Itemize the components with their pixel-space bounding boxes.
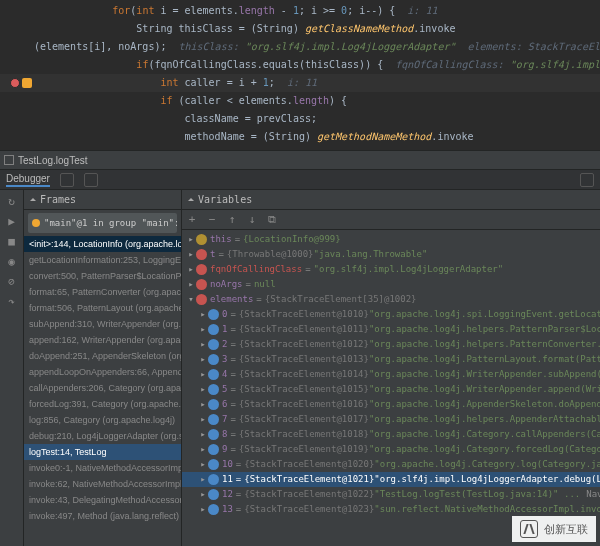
frame-row[interactable]: convert:500, PatternParser$LocationPatte…	[24, 268, 181, 284]
threads-tab-icon[interactable]	[84, 173, 98, 187]
stop-icon[interactable]: ■	[5, 234, 19, 248]
resume-icon[interactable]: ▶	[5, 214, 19, 228]
thread-status-icon	[32, 219, 40, 227]
variable-row[interactable]: ▸0={StackTraceElement@1010} "org.apache.…	[182, 307, 600, 322]
variable-row[interactable]: ▸2={StackTraceElement@1012} "org.apache.…	[182, 337, 600, 352]
frame-row[interactable]: format:65, PatternConverter (org.apache.…	[24, 284, 181, 300]
variables-header: Variables	[182, 190, 600, 210]
thread-selector[interactable]: "main"@1 in group "main": RU...	[28, 213, 177, 233]
frame-row[interactable]: log:856, Category (org.apache.log4j)	[24, 412, 181, 428]
intention-bulb-icon[interactable]	[22, 78, 32, 88]
frame-row[interactable]: getLocationInformation:253, LoggingEvent…	[24, 252, 181, 268]
layout-settings-icon[interactable]	[580, 173, 594, 187]
variables-panel: Variables + − ↑ ↓ ⧉ ▸this={LocationInfo@…	[182, 190, 600, 546]
frame-row[interactable]: debug:210, Log4jLoggerAdapter (org.slf4j…	[24, 428, 181, 444]
variables-toolbar: + − ↑ ↓ ⧉	[182, 210, 600, 230]
debug-run-config-title: TestLog.logTest	[18, 155, 88, 166]
variable-row[interactable]: ▸1={StackTraceElement@1011} "org.apache.…	[182, 322, 600, 337]
mute-breakpoints-icon[interactable]: ⊘	[5, 274, 19, 288]
code-line: for(int i = elements.length - 1; i >= 0;…	[0, 2, 600, 20]
variable-row[interactable]: ▸7={StackTraceElement@1017} "org.apache.…	[182, 412, 600, 427]
variable-row[interactable]: ▸10={StackTraceElement@1020} "org.apache…	[182, 457, 600, 472]
code-line: className = prevClass;	[0, 110, 600, 128]
frame-row[interactable]: callAppenders:206, Category (org.apache.…	[24, 380, 181, 396]
variable-row[interactable]: ▾elements={StackTraceElement[35]@1002}	[182, 292, 600, 307]
debugger-tab-strip: Debugger	[0, 170, 600, 190]
frame-row[interactable]: logTest:14, TestLog	[24, 444, 181, 460]
frames-panel: Frames "main"@1 in group "main": RU... <…	[24, 190, 182, 546]
add-watch-icon[interactable]: +	[182, 210, 202, 229]
frames-list[interactable]: <init>:144, LocationInfo (org.apache.log…	[24, 236, 181, 546]
frame-row[interactable]: append:162, WriterAppender (org.apache.l…	[24, 332, 181, 348]
frame-row[interactable]: doAppend:251, AppenderSkeleton (org.apac…	[24, 348, 181, 364]
code-editor[interactable]: for(int i = elements.length - 1; i >= 0;…	[0, 0, 600, 150]
variable-row[interactable]: ▸fqnOfCallingClass="org.slf4j.impl.Log4j…	[182, 262, 600, 277]
rerun-icon[interactable]: ↻	[5, 194, 19, 208]
copy-icon[interactable]: ⧉	[262, 210, 282, 229]
frame-row[interactable]: invoke:43, DelegatingMethodAccessorImpl …	[24, 492, 181, 508]
variable-row[interactable]: ▸5={StackTraceElement@1015} "org.apache.…	[182, 382, 600, 397]
code-line: if(fqnOfCallingClass.equals(thisClass)) …	[0, 56, 600, 74]
variable-row[interactable]: ▸12={StackTraceElement@1022} "TestLog.lo…	[182, 487, 600, 502]
variable-row[interactable]: ▸4={StackTraceElement@1014} "org.apache.…	[182, 367, 600, 382]
frame-row[interactable]: invoke0:-1, NativeMethodAccessorImpl (su…	[24, 460, 181, 476]
collapse-icon[interactable]	[30, 195, 36, 201]
code-line: String thisClass = (String) getClassName…	[0, 20, 600, 38]
breakpoint-line[interactable]: int caller = i + 1; i: 11	[0, 74, 600, 92]
frame-row[interactable]: <init>:144, LocationInfo (org.apache.log…	[24, 236, 181, 252]
restore-icon[interactable]	[4, 155, 14, 165]
frames-header: Frames	[24, 190, 181, 210]
up-icon[interactable]: ↑	[222, 210, 242, 229]
debugger-tab[interactable]: Debugger	[6, 173, 50, 187]
code-line: if (caller < elements.length) {	[0, 92, 600, 110]
view-breakpoints-icon[interactable]: ◉	[5, 254, 19, 268]
breakpoint-icon[interactable]	[10, 78, 20, 88]
variable-row[interactable]: ▸noArgs=null	[182, 277, 600, 292]
frame-row[interactable]: appendLoopOnAppenders:66, AppenderAttach…	[24, 364, 181, 380]
variable-row[interactable]: ▸3={StackTraceElement@1013} "org.apache.…	[182, 352, 600, 367]
frame-row[interactable]: invoke:62, NativeMethodAccessorImpl (sun…	[24, 476, 181, 492]
variable-row[interactable]: ▸this={LocationInfo@999}	[182, 232, 600, 247]
frame-row[interactable]: invoke:497, Method (java.lang.reflect)	[24, 508, 181, 524]
debug-action-rail: ↻ ▶ ■ ◉ ⊘ ↷	[0, 190, 24, 546]
step-over-icon[interactable]: ↷	[5, 294, 19, 308]
variable-row[interactable]: ▸8={StackTraceElement@1018} "org.apache.…	[182, 427, 600, 442]
down-icon[interactable]: ↓	[242, 210, 262, 229]
frame-row[interactable]: subAppend:310, WriterAppender (org.apach…	[24, 316, 181, 332]
variable-row[interactable]: ▸13={StackTraceElement@1023} "sun.reflec…	[182, 502, 600, 517]
variable-row[interactable]: ▸6={StackTraceElement@1016} "org.apache.…	[182, 397, 600, 412]
console-tab-icon[interactable]	[60, 173, 74, 187]
variable-row[interactable]: ▸t={Throwable@1000} "java.lang.Throwable…	[182, 247, 600, 262]
variable-row[interactable]: ▸11={StackTraceElement@1021} "org.slf4j.…	[182, 472, 600, 487]
frame-row[interactable]: format:506, PatternLayout (org.apache.lo…	[24, 300, 181, 316]
watermark: 创新互联	[512, 516, 596, 542]
code-line: methodName = (String) getMethodNameMetho…	[0, 128, 600, 146]
code-line: (elements[i], noArgs); thisClass: "org.s…	[0, 38, 600, 56]
debug-tool-tab-bar: TestLog.logTest	[0, 150, 600, 170]
collapse-icon[interactable]	[188, 195, 194, 201]
remove-watch-icon[interactable]: −	[202, 210, 222, 229]
debugger-body: ↻ ▶ ■ ◉ ⊘ ↷ Frames "main"@1 in group "ma…	[0, 190, 600, 546]
watermark-logo-icon	[520, 520, 538, 538]
variable-row[interactable]: ▸9={StackTraceElement@1019} "org.apache.…	[182, 442, 600, 457]
frame-row[interactable]: forcedLog:391, Category (org.apache.log4…	[24, 396, 181, 412]
variables-tree[interactable]: ▸this={LocationInfo@999}▸t={Throwable@10…	[182, 230, 600, 546]
